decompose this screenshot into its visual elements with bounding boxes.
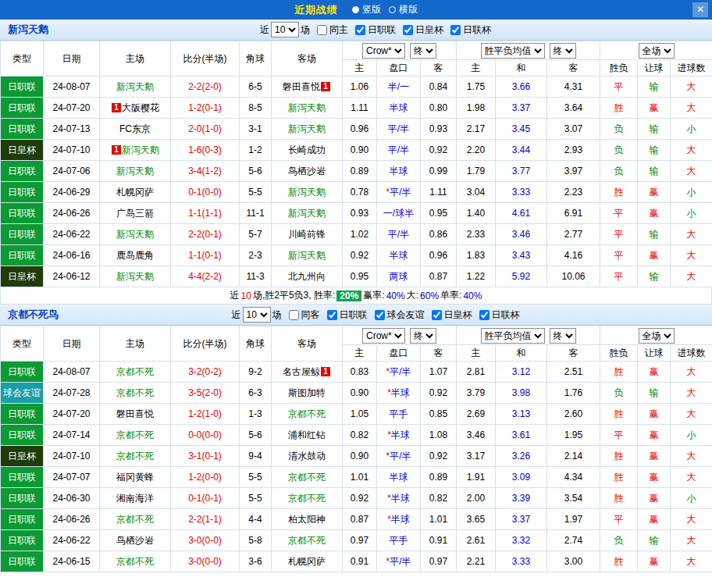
match-score: 1-2(0-0) — [171, 467, 240, 488]
recent-count-select[interactable]: 10 — [271, 22, 299, 37]
avg-source-select[interactable]: 胜平负均值 — [481, 328, 545, 344]
view-radio-label-2[interactable]: 横版 — [399, 3, 418, 16]
avg-draw: 3.13 — [496, 404, 547, 425]
avg-away: 2.23 — [547, 182, 600, 203]
scope-select[interactable]: 全场 — [639, 328, 675, 344]
handicap-text: 半球 — [391, 387, 410, 398]
page-title: 近期战绩 — [294, 3, 338, 17]
result-goals: 大 — [671, 509, 712, 530]
odds-source-select[interactable]: Crow* — [362, 43, 405, 59]
league-filter-checkbox[interactable] — [327, 310, 337, 320]
avg-draw: 3.98 — [496, 383, 547, 404]
odds-away: 0.86 — [421, 224, 457, 245]
corner-score: 2-3 — [240, 245, 272, 266]
column-header: 进球数 — [671, 60, 712, 77]
view-radio-2[interactable] — [389, 6, 396, 13]
league-filter-checkbox[interactable] — [432, 310, 442, 320]
corner-score: 5-6 — [240, 425, 272, 446]
recent-count-select[interactable]: 10 — [243, 307, 271, 323]
away-team-name: 新泻天鹅 — [288, 123, 326, 134]
column-header: 和 — [496, 60, 547, 77]
away-team-name: 新泻天鹅 — [288, 250, 326, 261]
league-filter-checkbox[interactable] — [479, 310, 490, 320]
odds-away: 0.84 — [421, 77, 457, 98]
corner-score: 11-1 — [240, 203, 272, 224]
league-type: 日职联 — [1, 98, 44, 119]
handicap-text: 半球 — [391, 493, 410, 504]
match-score: 2-2(0-1) — [171, 224, 240, 245]
avg-draw: 3.39 — [496, 488, 547, 509]
match-date: 24-07-13 — [44, 119, 100, 140]
filter-bar: 近10场同主日职联日皇杯日联杯 — [86, 22, 665, 37]
home-team-name: 磐田喜悦 — [116, 408, 154, 419]
league-type: 日职联 — [1, 182, 44, 203]
home-team-name: 京都不死 — [116, 429, 154, 440]
league-filter-checkbox[interactable] — [355, 25, 365, 35]
corner-score: 5-5 — [240, 182, 272, 203]
match-away-team: 柏太阳神 — [272, 509, 343, 530]
odds-away: 0.87 — [421, 266, 457, 287]
league-filter-checkbox[interactable] — [403, 25, 413, 35]
odds-source-select[interactable]: Crow* — [362, 328, 405, 344]
result-handicap: 赢 — [638, 404, 671, 425]
match-score: 2-2(1-1) — [171, 509, 240, 530]
red-card-badge: 1 — [112, 103, 121, 112]
odds-stage-select[interactable]: 终 — [410, 328, 436, 344]
handicap-line: 半球 — [377, 467, 421, 488]
corner-score: 6-5 — [240, 77, 272, 98]
avg-draw: 3.09 — [496, 467, 547, 488]
handicap-line: 半球 — [377, 245, 421, 266]
result-wdl: 平 — [600, 77, 638, 98]
handicap-line: *半球 — [377, 383, 421, 404]
league-filter-checkbox[interactable] — [450, 25, 461, 35]
view-radio-1[interactable] — [352, 6, 359, 13]
column-header: 日期 — [44, 41, 100, 77]
avg-stage-select[interactable]: 终 — [550, 43, 576, 59]
odds-away: 1.01 — [421, 509, 457, 530]
summary-segment: 40% — [386, 290, 405, 301]
match-score: 4-4(2-2) — [171, 266, 240, 287]
avg-source-select[interactable]: 胜平负均值 — [481, 43, 545, 59]
league-filter-checkbox[interactable] — [375, 310, 385, 320]
handicap-line: *平/半 — [377, 362, 421, 383]
home-team-name: 札幌冈萨 — [116, 187, 154, 198]
avg-stage-select[interactable]: 终 — [550, 328, 576, 344]
odds-away: 0.96 — [421, 245, 457, 266]
match-away-team: 京都不死 — [272, 488, 343, 509]
column-header: 角球 — [240, 326, 272, 362]
match-score: 0-0(0-0) — [171, 425, 240, 446]
match-score: 3-4(1-2) — [171, 161, 240, 182]
handicap-line: 两球 — [377, 266, 421, 287]
league-filter-label: 日皇杯 — [415, 23, 443, 37]
handicap-line: 平/半 — [377, 224, 421, 245]
home-team-name: 鸟栖沙岩 — [116, 535, 154, 546]
column-header: 比分(半场) — [171, 41, 240, 77]
scope-select[interactable]: 全场 — [639, 43, 675, 59]
same-venue-checkbox[interactable] — [289, 310, 299, 320]
view-radio-label-1[interactable]: 竖版 — [362, 3, 381, 16]
same-venue-checkbox[interactable] — [317, 25, 327, 35]
close-icon[interactable]: ✕ — [692, 2, 708, 17]
match-away-team: 新泻天鹅 — [272, 203, 343, 224]
handicap-line: 半球 — [377, 161, 421, 182]
scope-group-header: 全场 — [600, 326, 712, 345]
column-header: 让球 — [638, 60, 671, 77]
odds-away: 0.95 — [421, 203, 457, 224]
match-date: 24-08-07 — [44, 362, 100, 383]
column-header: 类型 — [1, 41, 44, 77]
matches-table-wrap: 类型日期主场比分(半场)角球客场Crow*终胜平负均值终全场主盘口客主和客胜负让… — [0, 326, 712, 572]
avg-home: 1.22 — [457, 266, 496, 287]
recent-unit-label: 场 — [301, 23, 310, 37]
avg-away: 2.77 — [547, 224, 600, 245]
avg-home: 1.98 — [457, 98, 496, 119]
avg-home: 1.75 — [457, 77, 496, 98]
result-goals: 大 — [671, 98, 712, 119]
odds-stage-select[interactable]: 终 — [410, 43, 436, 59]
away-team-name: 川崎前锋 — [288, 229, 326, 240]
corner-score: 4-4 — [240, 509, 272, 530]
match-date: 24-06-22 — [44, 530, 100, 551]
match-home-team: 札幌冈萨 — [100, 182, 171, 203]
avg-away: 4.16 — [547, 245, 600, 266]
corner-score: 9-4 — [240, 446, 272, 467]
away-team-name: 京都不死 — [288, 472, 326, 483]
